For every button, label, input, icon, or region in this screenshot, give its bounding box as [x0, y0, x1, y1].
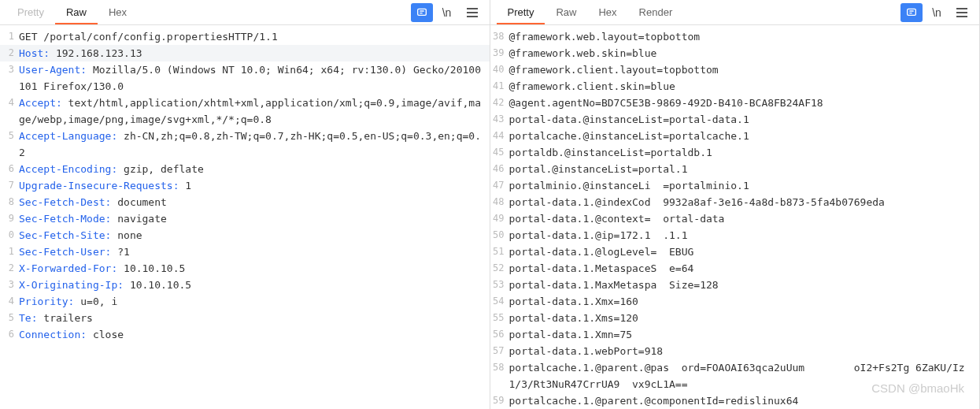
response-tabs: PrettyRawHexRender \n: [490, 0, 980, 25]
code-text: portal-data.1.MetaspaceS e=64: [509, 260, 980, 277]
code-line: 39@framework.web.skin=blue: [490, 45, 980, 61]
code-line: 42@agent.agentNo=BD7C5E3B-9869-492D-B410…: [490, 95, 980, 111]
code-line: 9Sec-Fetch-Mode: navigate: [0, 210, 490, 227]
request-body[interactable]: 1GET /portal/conf/config.propertiesHTTP/…: [0, 25, 490, 409]
line-number: 51: [490, 244, 509, 260]
code-line: 51portal-data.1.@logLevel= EBUG: [490, 244, 980, 260]
code-text: portal-data.1.MaxMetaspa Size=128: [509, 277, 980, 293]
request-tabs: PrettyRawHex \n: [0, 0, 490, 25]
message-editor-button[interactable]: [411, 3, 433, 22]
code-line: 59portalcache.1.@parent.@componentId=red…: [490, 392, 980, 409]
code-line: 54portal-data.1.Xmx=160: [490, 293, 980, 310]
code-line: 47portalminio.@instanceLi =portalminio.1: [490, 177, 980, 194]
code-text: portaldb.@instanceList=portaldb.1: [509, 144, 980, 161]
newline-toggle[interactable]: \n: [926, 3, 948, 22]
tab-hex[interactable]: Hex: [98, 2, 138, 24]
code-text: portal-data.1.Xmn=75: [509, 326, 980, 343]
line-number: 4: [0, 293, 19, 310]
newline-toggle[interactable]: \n: [436, 3, 458, 22]
code-line: 45portaldb.@instanceList=portaldb.1: [490, 144, 980, 161]
code-text: Sec-Fetch-Dest: document: [19, 194, 490, 210]
line-number: 38: [490, 28, 509, 45]
line-number: 4: [0, 95, 19, 128]
code-text: Sec-Fetch-Site: none: [19, 227, 490, 244]
code-text: portal-data.1.@indexCod 9932a8af-3e16-4a…: [509, 194, 980, 210]
code-line: 57portal-data.1.webPort=918: [490, 343, 980, 359]
tab-pretty[interactable]: Pretty: [6, 2, 55, 24]
code-text: Accept-Encoding: gzip, deflate: [19, 161, 490, 177]
code-line: 2Host: 192.168.123.13: [0, 45, 490, 61]
code-line: 6Accept-Encoding: gzip, deflate: [0, 161, 490, 177]
code-line: 3X-Originating-Ip: 10.10.10.5: [0, 277, 490, 293]
tab-pretty[interactable]: Pretty: [497, 2, 545, 24]
line-number: 2: [0, 260, 19, 277]
code-text: Host: 192.168.123.13: [19, 45, 490, 61]
line-number: 0: [0, 227, 19, 244]
line-number: 52: [490, 260, 509, 277]
code-line: 5Accept-Language: zh-CN,zh;q=0.8,zh-TW;q…: [0, 128, 490, 161]
response-panel: PrettyRawHexRender \n 38@framework.web.l…: [490, 0, 981, 409]
code-line: 40@framework.client.layout=topbottom: [490, 61, 980, 78]
code-text: portal-data.1.@context= ortal-data: [509, 210, 980, 227]
code-line: 53portal-data.1.MaxMetaspa Size=128: [490, 277, 980, 293]
line-number: 50: [490, 227, 509, 244]
message-editor-button[interactable]: [900, 3, 923, 22]
request-panel: PrettyRawHex \n 1GET /portal/conf/config…: [0, 0, 490, 409]
line-number: 46: [490, 161, 509, 177]
code-text: Accept-Language: zh-CN,zh;q=0.8,zh-TW;q=…: [19, 128, 490, 161]
code-text: @framework.client.skin=blue: [509, 78, 980, 95]
code-line: 5Te: trailers: [0, 310, 490, 326]
code-line: 4Accept: text/html,application/xhtml+xml…: [0, 95, 490, 128]
code-line: 41@framework.client.skin=blue: [490, 78, 980, 95]
code-text: portalcache.@instanceList=portalcache.1: [509, 128, 980, 144]
line-number: 3: [0, 277, 19, 293]
line-number: 9: [0, 210, 19, 227]
code-line: 1GET /portal/conf/config.propertiesHTTP/…: [0, 28, 490, 45]
code-line: 48portal-data.1.@indexCod 9932a8af-3e16-…: [490, 194, 980, 210]
code-text: portalcache.1.@parent.@componentId=redis…: [509, 392, 980, 409]
code-line: 2X-Forwarded-For: 10.10.10.5: [0, 260, 490, 277]
code-line: 55portal-data.1.Xms=120: [490, 310, 980, 326]
response-body[interactable]: 38@framework.web.layout=topbottom39@fram…: [490, 25, 980, 409]
code-text: Priority: u=0, i: [19, 293, 490, 310]
code-text: Accept: text/html,application/xhtml+xml,…: [19, 95, 490, 128]
code-text: GET /portal/conf/config.propertiesHTTP/1…: [19, 28, 490, 45]
line-number: 54: [490, 293, 509, 310]
line-number: 6: [0, 161, 19, 177]
code-text: Sec-Fetch-Mode: navigate: [19, 210, 490, 227]
code-line: 3User-Agent: Mozilla/5.0 (Windows NT 10.…: [0, 61, 490, 95]
code-text: portal-data.1.@logLevel= EBUG: [509, 244, 980, 260]
code-text: Upgrade-Insecure-Requests: 1: [19, 177, 490, 194]
code-line: 4Priority: u=0, i: [0, 293, 490, 310]
line-number: 48: [490, 194, 509, 210]
line-number: 47: [490, 177, 509, 194]
tab-raw[interactable]: Raw: [545, 2, 587, 24]
line-number: 7: [0, 177, 19, 194]
code-line: 1Sec-Fetch-User: ?1: [0, 244, 490, 260]
code-text: @framework.client.layout=topbottom: [509, 61, 980, 78]
tab-raw[interactable]: Raw: [55, 2, 98, 24]
line-number: 53: [490, 277, 509, 293]
line-number: 45: [490, 144, 509, 161]
menu-button[interactable]: [951, 3, 973, 22]
menu-button[interactable]: [461, 3, 483, 22]
code-line: 38@framework.web.layout=topbottom: [490, 28, 980, 45]
code-line: 6Connection: close: [0, 326, 490, 343]
code-text: X-Forwarded-For: 10.10.10.5: [19, 260, 490, 277]
code-line: 50portal-data.1.@ip=172.1 .1.1: [490, 227, 980, 244]
hamburger-icon: [956, 8, 967, 17]
line-number: 43: [490, 111, 509, 128]
code-line: 0Sec-Fetch-Site: none: [0, 227, 490, 244]
line-number: 57: [490, 343, 509, 359]
tab-hex[interactable]: Hex: [587, 2, 627, 24]
line-number: 2: [0, 45, 19, 61]
line-number: 39: [490, 45, 509, 61]
code-text: portal-data.@instanceList=portal-data.1: [509, 111, 980, 128]
line-number: 1: [0, 28, 19, 45]
tab-render[interactable]: Render: [628, 2, 684, 24]
code-line: 49portal-data.1.@context= ortal-data: [490, 210, 980, 227]
code-text: Connection: close: [19, 326, 490, 343]
line-number: 40: [490, 61, 509, 78]
line-number: 6: [0, 326, 19, 343]
code-line: 52portal-data.1.MetaspaceS e=64: [490, 260, 980, 277]
